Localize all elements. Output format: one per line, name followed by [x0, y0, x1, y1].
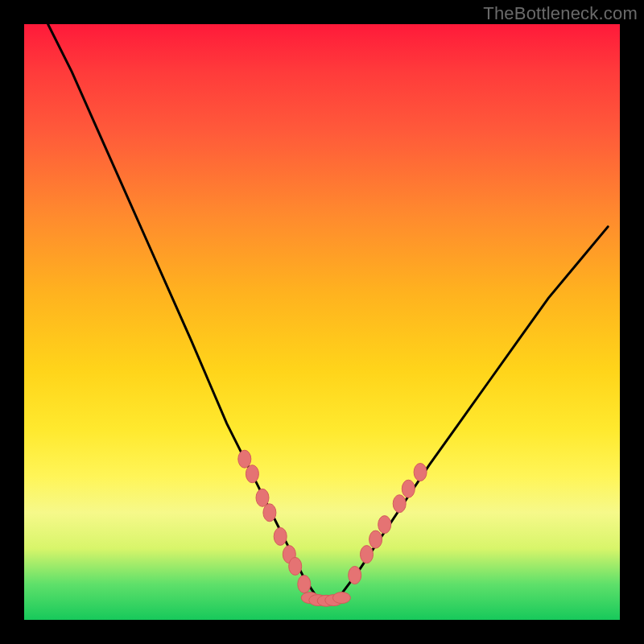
curve-markers-left: [238, 450, 311, 592]
bottleneck-curve-svg: [24, 24, 620, 620]
curve-marker: [289, 557, 302, 575]
curve-marker: [263, 504, 276, 522]
curve-marker: [256, 489, 269, 506]
curve-marker: [369, 530, 382, 548]
curve-marker: [246, 465, 258, 483]
curve-markers-bottom: [301, 592, 350, 607]
curve-marker: [332, 592, 350, 604]
curve-marker: [414, 464, 427, 481]
curve-marker: [274, 527, 287, 545]
plot-area: [24, 24, 620, 620]
curve-marker: [378, 516, 391, 534]
curve-markers-right: [349, 464, 427, 584]
chart-frame: TheBottleneck.com: [0, 0, 644, 644]
curve-marker: [402, 480, 415, 497]
watermark-text: TheBottleneck.com: [483, 3, 638, 24]
curve-marker: [393, 495, 406, 513]
curve-marker: [349, 567, 361, 584]
curve-marker: [361, 546, 374, 564]
curve-marker: [238, 450, 251, 468]
curve-marker: [298, 576, 311, 593]
bottleneck-curve: [48, 24, 609, 602]
